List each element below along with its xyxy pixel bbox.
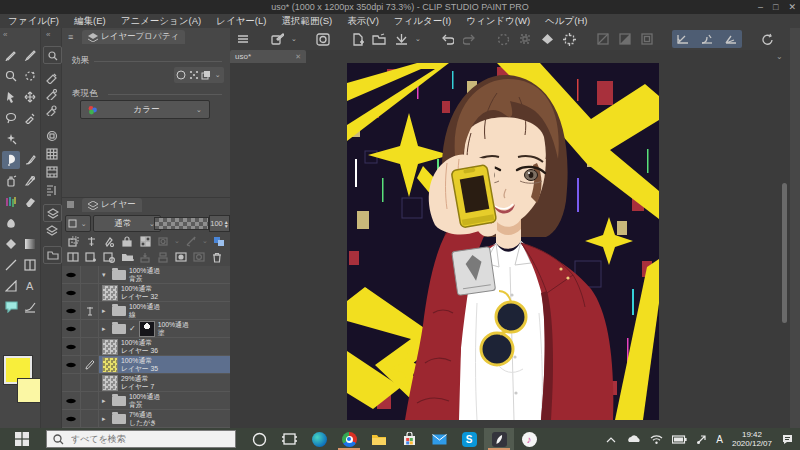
layer-row[interactable]: ▸ 7%通過したがき	[62, 410, 230, 428]
frame-icon[interactable]	[560, 31, 578, 47]
visibility-icon[interactable]	[65, 415, 77, 423]
mail-button[interactable]	[424, 428, 454, 450]
minimize-button[interactable]: –	[758, 2, 763, 12]
tool-airbrush-icon[interactable]	[2, 172, 20, 190]
undo-icon[interactable]	[438, 31, 456, 47]
layer-row[interactable]: 100%通常レイヤー 36	[62, 338, 230, 356]
pen-settings-icon[interactable]	[268, 31, 286, 47]
visibility-icon[interactable]	[65, 325, 77, 333]
tool-brush-icon[interactable]	[21, 151, 39, 169]
tool-balloon-icon[interactable]	[2, 298, 20, 316]
expand-icon[interactable]: ▸	[102, 415, 109, 423]
expand-icon[interactable]: ▾	[102, 271, 109, 279]
cortana-button[interactable]	[244, 428, 274, 450]
edge-button[interactable]	[304, 428, 334, 450]
material-icon[interactable]	[43, 246, 62, 264]
border-effect-icon[interactable]	[176, 70, 186, 80]
menu-layer[interactable]: レイヤー(L)	[216, 15, 266, 28]
tool-auto-select-icon[interactable]	[2, 130, 20, 148]
opacity-field[interactable]: 100▲▼	[209, 215, 230, 232]
tone-effect-icon[interactable]	[189, 70, 199, 80]
ruler-range-icon[interactable]	[183, 234, 199, 248]
task-view-button[interactable]	[274, 428, 304, 450]
lock-transparent-icon[interactable]	[137, 234, 153, 248]
visibility-icon[interactable]	[65, 343, 77, 351]
panel-menu-icon[interactable]: ≡	[68, 32, 73, 42]
extract-line-effect-icon[interactable]	[201, 70, 211, 80]
apply-mask-icon[interactable]	[191, 250, 207, 264]
visibility-icon[interactable]	[65, 307, 77, 315]
usb-icon[interactable]	[696, 434, 707, 445]
open-file-icon[interactable]	[370, 31, 388, 47]
effect-dropdown-icon[interactable]: ⌄	[214, 71, 222, 79]
tool-glitch-brush-icon[interactable]	[2, 193, 20, 211]
panel-menu-icon[interactable]	[67, 201, 74, 208]
tool-move-icon[interactable]	[21, 88, 39, 106]
tool-pen-icon[interactable]	[2, 46, 20, 64]
new-layer-dialog-icon[interactable]	[101, 250, 117, 264]
visibility-icon[interactable]	[65, 361, 77, 369]
canvas-tab[interactable]: uso* ✕	[230, 50, 306, 63]
canvas-tab-close-icon[interactable]: ✕	[295, 53, 301, 61]
new-folder-icon[interactable]	[119, 250, 135, 264]
timeline-icon[interactable]	[43, 164, 60, 180]
skype-button[interactable]: S	[454, 428, 484, 450]
background-color-swatch[interactable]	[17, 378, 42, 403]
tool-gradient-icon[interactable]	[21, 235, 39, 253]
two-pane-icon[interactable]	[65, 250, 81, 264]
menu-edit[interactable]: 編集(E)	[74, 15, 106, 28]
reset-view-rotation-icon[interactable]	[758, 31, 776, 47]
expression-color-dropdown[interactable]: カラー ⌄	[80, 100, 210, 119]
menu-view[interactable]: 表示(V)	[347, 15, 379, 28]
clear-selection-icon[interactable]	[594, 31, 612, 47]
snap-to-ruler-icon[interactable]	[674, 31, 692, 47]
visibility-icon[interactable]	[65, 289, 77, 297]
clip-studio-paint-button[interactable]	[484, 428, 514, 450]
store-button[interactable]	[394, 428, 424, 450]
navigator-icon[interactable]	[43, 46, 62, 64]
invert-selection-icon[interactable]	[616, 31, 634, 47]
visibility-icon[interactable]	[65, 397, 77, 405]
tool-frame-border-icon[interactable]	[21, 256, 39, 274]
selection-border-icon[interactable]	[638, 31, 656, 47]
layer-row-selected[interactable]: 100%通常レイヤー 35	[62, 356, 230, 374]
tool-eyedropper-icon[interactable]	[21, 109, 39, 127]
redo-icon[interactable]	[460, 31, 478, 47]
tool-operation-icon[interactable]	[2, 88, 20, 106]
taskbar-clock[interactable]: 19:42 2020/12/07	[732, 430, 772, 448]
opacity-stepper-icon[interactable]: ▲▼	[224, 220, 229, 228]
battery-icon[interactable]	[672, 435, 687, 444]
layer-color-icon[interactable]	[211, 234, 227, 248]
lock-layer-icon[interactable]	[119, 234, 135, 248]
tool-selected-brush-icon[interactable]	[2, 151, 20, 169]
tool-text-icon[interactable]: A	[21, 277, 39, 295]
tool-lasso-icon[interactable]	[2, 109, 20, 127]
canvas-viewport[interactable]: 73.3 0.0	[230, 63, 790, 420]
dock-collapse-icon[interactable]: «	[46, 30, 50, 39]
menu-animation[interactable]: アニメーション(A)	[121, 15, 202, 28]
tool-zoom-icon[interactable]	[2, 67, 20, 85]
layer-row[interactable]: 100%通常レイヤー 32	[62, 284, 230, 302]
new-raster-layer-icon[interactable]	[83, 250, 99, 264]
fill-icon[interactable]	[538, 31, 556, 47]
snap-to-grid-icon[interactable]	[722, 31, 740, 47]
notifications-icon[interactable]	[781, 433, 794, 445]
quick-access-icon[interactable]	[43, 128, 60, 144]
deselect-icon[interactable]	[494, 31, 512, 47]
menu-file[interactable]: ファイル(F)	[8, 15, 59, 28]
pen-settings-dropdown-icon[interactable]: ⌄	[290, 35, 298, 43]
file-explorer-button[interactable]	[364, 428, 394, 450]
save-dropdown-icon[interactable]: ⌄	[414, 35, 422, 43]
transfer-down-icon[interactable]	[137, 250, 153, 264]
draft-layer-icon[interactable]	[101, 234, 117, 248]
tool-figure-icon[interactable]	[2, 256, 20, 274]
combine-down-icon[interactable]	[155, 250, 171, 264]
chrome-button[interactable]	[334, 428, 364, 450]
save-file-icon[interactable]	[392, 31, 410, 47]
onedrive-icon[interactable]	[625, 434, 641, 444]
sub-tool-b-icon[interactable]	[43, 86, 60, 102]
tool-rotate-view-icon[interactable]	[21, 67, 39, 85]
menu-window[interactable]: ウィンドウ(W)	[466, 15, 530, 28]
tool-eraser-icon[interactable]	[21, 193, 39, 211]
layer-row[interactable]: 29%通常レイヤー 7	[62, 374, 230, 392]
